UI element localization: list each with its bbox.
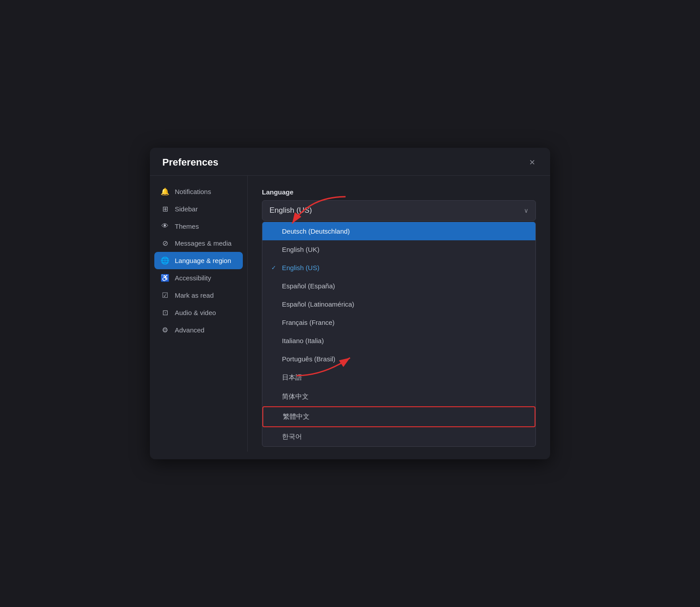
preferences-modal: Preferences × 🔔Notifications⊞Sidebar👁The…: [150, 148, 550, 459]
dropdown-item-simplified-chinese[interactable]: 简体中文: [262, 387, 535, 406]
content-area: Language English (US) ∨ Deutsch (Deutsch…: [248, 176, 550, 452]
check-mark-english-us: ✓: [271, 264, 278, 271]
dropdown-label-deutsch: Deutsch (Deutschland): [282, 227, 350, 235]
chevron-down-icon: ∨: [524, 207, 528, 214]
sidebar-item-sidebar[interactable]: ⊞Sidebar: [154, 200, 243, 218]
sidebar-label-themes: Themes: [175, 223, 199, 230]
sidebar-label-notifications: Notifications: [175, 188, 211, 195]
dropdown-item-korean[interactable]: 한국어: [262, 427, 535, 446]
dropdown-item-traditional-chinese[interactable]: 繁體中文: [262, 406, 535, 427]
language-region-icon: 🌐: [161, 256, 169, 265]
sidebar-label-sidebar: Sidebar: [175, 205, 198, 213]
sidebar-label-messages-media: Messages & media: [175, 239, 232, 247]
dropdown-item-francais[interactable]: Français (France): [262, 313, 535, 332]
notifications-icon: 🔔: [161, 187, 169, 196]
sidebar-label-mark-as-read: Mark as read: [175, 291, 214, 299]
sidebar-label-language-region: Language & region: [175, 257, 231, 264]
dropdown-label-english-us: English (US): [282, 264, 319, 271]
modal-body: 🔔Notifications⊞Sidebar👁Themes⊘Messages &…: [150, 176, 550, 452]
dropdown-item-espanol-latam[interactable]: Español (Latinoamérica): [262, 295, 535, 313]
themes-icon: 👁: [161, 222, 169, 230]
sidebar-item-mark-as-read[interactable]: ☑Mark as read: [154, 287, 243, 304]
sidebar-icon: ⊞: [161, 205, 169, 213]
sidebar-label-accessibility: Accessibility: [175, 274, 211, 282]
sidebar-item-language-region[interactable]: 🌐Language & region: [154, 252, 243, 269]
language-section-label: Language: [262, 188, 536, 196]
language-dropdown: Deutsch (Deutschland)English (UK)✓Englis…: [262, 222, 536, 447]
sidebar-item-messages-media[interactable]: ⊘Messages & media: [154, 235, 243, 252]
dropdown-item-japanese[interactable]: 日本語: [262, 368, 535, 387]
dropdown-item-portugues[interactable]: Português (Brasil): [262, 350, 535, 368]
modal-title: Preferences: [162, 157, 218, 168]
dropdown-label-francais: Français (France): [282, 319, 334, 326]
sidebar-label-audio-video: Audio & video: [175, 309, 216, 316]
mark-as-read-icon: ☑: [161, 291, 169, 299]
sidebar-nav: 🔔Notifications⊞Sidebar👁Themes⊘Messages &…: [150, 176, 248, 452]
dropdown-label-simplified-chinese: 简体中文: [282, 393, 309, 401]
dropdown-label-japanese: 日本語: [282, 373, 302, 382]
sidebar-label-advanced: Advanced: [175, 326, 205, 334]
dropdown-label-espanol-espana: Español (España): [282, 282, 335, 290]
language-select[interactable]: English (US) ∨: [262, 200, 536, 221]
dropdown-label-korean: 한국어: [282, 433, 302, 441]
close-button[interactable]: ×: [527, 157, 538, 168]
accessibility-icon: ♿: [161, 274, 169, 282]
audio-video-icon: ⊡: [161, 308, 169, 317]
dropdown-label-traditional-chinese: 繁體中文: [283, 413, 310, 421]
dropdown-item-deutsch[interactable]: Deutsch (Deutschland): [262, 222, 535, 240]
modal-header: Preferences ×: [150, 148, 550, 176]
dropdown-label-italiano: Italiano (Italia): [282, 337, 324, 344]
sidebar-item-themes[interactable]: 👁Themes: [154, 218, 243, 235]
dropdown-item-english-us[interactable]: ✓English (US): [262, 259, 535, 277]
sidebar-item-advanced[interactable]: ⚙Advanced: [154, 321, 243, 339]
advanced-icon: ⚙: [161, 326, 169, 334]
language-select-wrapper: English (US) ∨ Deutsch (Deutschland)Engl…: [262, 200, 536, 221]
dropdown-item-espanol-espana[interactable]: Español (España): [262, 277, 535, 295]
selected-language-value: English (US): [270, 206, 312, 215]
sidebar-item-accessibility[interactable]: ♿Accessibility: [154, 269, 243, 287]
dropdown-item-italiano[interactable]: Italiano (Italia): [262, 332, 535, 350]
dropdown-label-english-uk: English (UK): [282, 246, 319, 253]
sidebar-item-notifications[interactable]: 🔔Notifications: [154, 183, 243, 200]
dropdown-label-portugues: Português (Brasil): [282, 355, 335, 363]
dropdown-item-english-uk[interactable]: English (UK): [262, 240, 535, 259]
dropdown-label-espanol-latam: Español (Latinoamérica): [282, 300, 354, 308]
sidebar-item-audio-video[interactable]: ⊡Audio & video: [154, 304, 243, 321]
messages-media-icon: ⊘: [161, 239, 169, 247]
